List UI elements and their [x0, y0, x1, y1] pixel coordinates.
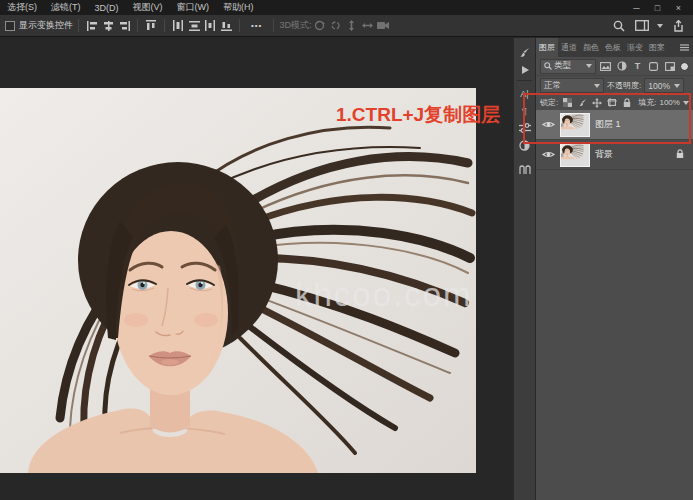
blend-mode-select[interactable]: 正常 — [540, 78, 604, 93]
search-icon — [544, 62, 552, 70]
workspace-switcher-icon[interactable] — [634, 18, 650, 33]
smart-object-filter-icon[interactable] — [663, 60, 676, 73]
properties-panel-icon[interactable] — [514, 121, 535, 135]
fill-caret-icon[interactable] — [683, 101, 689, 105]
menu-view[interactable]: 视图(V) — [126, 1, 170, 14]
3d-orbit-icon — [311, 18, 327, 33]
panel-menu-icon[interactable] — [676, 38, 693, 57]
panel-tab-row: 图层 通道 颜色 色板 渐变 图案 — [536, 38, 693, 57]
panel-dock-strip: A| ¶ — [513, 38, 536, 500]
adjustment-filter-icon[interactable] — [615, 60, 628, 73]
menu-3d[interactable]: 3D(D) — [88, 3, 126, 13]
close-button[interactable]: × — [668, 3, 689, 13]
lock-transparent-pixels-icon[interactable] — [561, 97, 573, 108]
layer-name: 背景 — [595, 148, 613, 161]
search-icon[interactable] — [611, 18, 627, 33]
adjustments-panel-icon[interactable] — [514, 138, 535, 152]
canvas-area[interactable]: khcoo.com 1.CTRL+J复制图层 — [0, 38, 513, 500]
fill-label: 填充: — [638, 97, 656, 108]
photoshop-window: 选择(S) 滤镜(T) 3D(D) 视图(V) 窗口(W) 帮助(H) ─ □ … — [0, 0, 693, 500]
paragraph-panel-icon[interactable]: ¶ — [514, 104, 535, 118]
visibility-eye-icon[interactable] — [541, 150, 555, 159]
tab-layers[interactable]: 图层 — [536, 38, 558, 57]
align-center-icon[interactable] — [100, 18, 116, 33]
distribute-hcenter-icon[interactable] — [202, 18, 218, 33]
layer-name: 图层 1 — [595, 118, 621, 131]
watermark-text: khcoo.com — [295, 276, 473, 314]
distribute-vcenter-icon[interactable] — [186, 18, 202, 33]
lock-row: 锁定: 填充: 100% — [536, 95, 693, 110]
layer-thumbnail[interactable] — [560, 113, 590, 137]
tab-channels[interactable]: 通道 — [558, 38, 580, 57]
fill-value[interactable]: 100% — [659, 98, 679, 107]
libraries-panel-icon[interactable] — [514, 162, 535, 176]
3d-roll-icon — [327, 18, 343, 33]
lock-image-pixels-icon[interactable] — [576, 97, 588, 108]
document-image[interactable]: khcoo.com — [0, 88, 476, 473]
lock-all-icon[interactable] — [621, 97, 633, 108]
distribute-bottom-icon[interactable] — [218, 18, 234, 33]
workspace-caret-icon[interactable] — [657, 24, 663, 28]
3d-pan-icon — [343, 18, 359, 33]
layer-row-layer1[interactable]: 图层 1 — [536, 110, 693, 140]
blend-mode-row: 正常 不透明度: 100% — [536, 76, 693, 95]
layer-thumbnail[interactable] — [560, 143, 590, 167]
layer-filter-row: 类型 T — [536, 57, 693, 76]
menu-help[interactable]: 帮助(H) — [216, 1, 261, 14]
3d-zoom-camera-icon — [375, 18, 391, 33]
opacity-value: 100% — [648, 81, 670, 91]
character-panel-icon[interactable]: A| — [514, 87, 535, 101]
kind-filter-select[interactable]: 类型 — [540, 59, 596, 74]
workspace: khcoo.com 1.CTRL+J复制图层 A| ¶ 图层 通道 颜色 色板 … — [0, 38, 693, 500]
brush-settings-panel-icon[interactable] — [514, 46, 535, 60]
show-transform-checkbox[interactable] — [5, 21, 15, 31]
more-options-button[interactable]: ••• — [245, 21, 268, 30]
lock-artboard-icon[interactable] — [606, 97, 618, 108]
align-top-icon[interactable] — [143, 18, 159, 33]
distribute-top-icon[interactable] — [170, 18, 186, 33]
minimize-button[interactable]: ─ — [626, 3, 647, 13]
filter-toggle[interactable] — [680, 62, 689, 71]
lock-label: 锁定: — [540, 97, 558, 108]
pixel-filter-icon[interactable] — [599, 60, 612, 73]
maximize-button[interactable]: □ — [647, 3, 668, 13]
layers-panel: 图层 通道 颜色 色板 渐变 图案 类型 T — [536, 38, 693, 500]
visibility-eye-icon[interactable] — [541, 120, 555, 129]
align-right-icon[interactable] — [116, 18, 132, 33]
blend-mode-value: 正常 — [544, 80, 561, 92]
share-icon[interactable] — [670, 18, 686, 33]
tab-color[interactable]: 颜色 — [580, 38, 602, 57]
type-filter-icon[interactable]: T — [631, 60, 644, 73]
layer-row-background[interactable]: 背景 — [536, 140, 693, 170]
shape-filter-icon[interactable] — [647, 60, 660, 73]
layer-lock-icon — [676, 149, 684, 161]
window-controls: ─ □ × — [626, 3, 693, 13]
show-transform-label: 显示变换控件 — [19, 19, 73, 32]
tab-patterns[interactable]: 图案 — [646, 38, 668, 57]
menu-filter[interactable]: 滤镜(T) — [44, 1, 88, 14]
opacity-label: 不透明度: — [607, 80, 641, 91]
lock-position-icon[interactable] — [591, 97, 603, 108]
annotation-text: 1.CTRL+J复制图层 — [336, 102, 500, 128]
menu-select[interactable]: 选择(S) — [0, 1, 44, 14]
menu-window[interactable]: 窗口(W) — [170, 1, 217, 14]
options-bar: 显示变换控件 ••• 3D模式: — [0, 15, 693, 37]
menu-bar: 选择(S) 滤镜(T) 3D(D) 视图(V) 窗口(W) 帮助(H) ─ □ … — [0, 0, 693, 15]
tab-swatches[interactable]: 色板 — [602, 38, 624, 57]
tab-gradients[interactable]: 渐变 — [624, 38, 646, 57]
actions-panel-icon[interactable] — [514, 63, 535, 77]
kind-filter-label: 类型 — [554, 60, 571, 72]
align-left-icon[interactable] — [84, 18, 100, 33]
opacity-select[interactable]: 100% — [644, 78, 684, 93]
3d-slide-icon — [359, 18, 375, 33]
3d-mode-label: 3D模式: — [279, 19, 311, 32]
